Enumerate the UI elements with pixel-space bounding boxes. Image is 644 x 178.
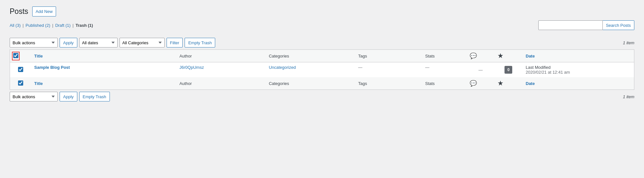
top-date-select[interactable]: All dates January 2020 February 2020 xyxy=(79,38,118,47)
bottom-items-count: 1 item xyxy=(623,94,634,99)
top-category-select[interactable]: All Categories Uncategorized xyxy=(120,38,165,47)
row-date-label: Last Modified xyxy=(526,65,551,70)
filter-published[interactable]: Published (2) xyxy=(25,23,50,28)
thead-date: Date xyxy=(523,50,634,62)
search-input[interactable] xyxy=(538,20,603,30)
bottom-filter-row: Bulk actions Restore Delete Permanently … xyxy=(10,92,110,101)
row-comments-value: — xyxy=(478,68,483,72)
post-status-filter: All (3) | Published (2) | Draft (1) | Tr… xyxy=(10,23,93,28)
thead-comments: 💬 xyxy=(466,50,495,62)
top-filter-row: Bulk actions Restore Delete Permanently … xyxy=(10,38,215,47)
row-date-value: 2020/02/21 at 12:41 am xyxy=(526,70,570,75)
stars-icon: ★ xyxy=(498,53,503,59)
search-posts-button[interactable]: Search Posts xyxy=(603,20,634,30)
row-date-cell: Last Modified 2020/02/21 at 12:41 am xyxy=(523,62,634,78)
top-filter-button[interactable]: Filter xyxy=(167,38,183,47)
sort-title-link[interactable]: Title xyxy=(34,54,43,58)
tfoot-stars: ★ xyxy=(495,77,523,90)
category-link[interactable]: Uncategorized xyxy=(269,65,296,70)
select-all-checkbox[interactable] xyxy=(13,53,18,58)
add-new-button[interactable]: Add New xyxy=(32,6,56,16)
row-author-cell: J6r0QpUmsz xyxy=(176,62,265,78)
row-categories-cell: Uncategorized xyxy=(265,62,355,78)
post-title-link[interactable]: Sample Blog Post xyxy=(34,65,70,70)
tfoot-checkbox-col xyxy=(10,77,31,90)
tfoot-select-all-checkbox[interactable] xyxy=(18,80,23,86)
bottom-tablenav: Bulk actions Restore Delete Permanently … xyxy=(10,92,634,101)
thead-categories: Categories xyxy=(265,50,355,62)
filter-all[interactable]: All (3) xyxy=(10,23,21,28)
thead-stats: Stats xyxy=(422,50,467,62)
tfoot-categories: Categories xyxy=(265,77,355,90)
comments-icon: 💬 xyxy=(470,53,477,59)
top-apply-button[interactable]: Apply xyxy=(60,38,77,47)
tfoot-date: Date xyxy=(523,77,634,90)
page-title: Posts xyxy=(10,7,28,16)
top-empty-trash-button[interactable]: Empty Trash xyxy=(185,38,215,47)
tfoot-stats: Stats xyxy=(422,77,467,90)
row-tags-cell: — xyxy=(355,62,422,78)
tfoot-title: Title xyxy=(31,77,176,90)
row-checkbox-cell xyxy=(10,62,31,78)
thead-tags: Tags xyxy=(355,50,422,62)
tfoot-comments: 💬 xyxy=(466,77,495,90)
thead-title: Title xyxy=(31,50,176,62)
bottom-apply-button[interactable]: Apply xyxy=(60,92,77,101)
row-title-cell: Sample Blog Post xyxy=(31,62,176,78)
author-link[interactable]: J6r0QpUmsz xyxy=(179,65,204,70)
tfoot-stars-icon: ★ xyxy=(498,80,503,87)
tfoot-tags: Tags xyxy=(355,77,422,90)
top-tablenav: Bulk actions Restore Delete Permanently … xyxy=(10,38,634,47)
bottom-empty-trash-button[interactable]: Empty Trash xyxy=(79,92,110,101)
bottom-bulk-actions-select[interactable]: Bulk actions Restore Delete Permanently xyxy=(10,92,58,101)
posts-table: Title Author Categories Tags Stats 💬 ★ D… xyxy=(10,49,634,90)
tfoot-sort-date-link[interactable]: Date xyxy=(526,81,535,86)
row-stars-badge: 0 xyxy=(505,66,512,74)
search-area: Search Posts xyxy=(538,20,634,30)
top-bulk-actions-select[interactable]: Bulk actions Restore Delete Permanently xyxy=(10,38,58,47)
tfoot-sort-title-link[interactable]: Title xyxy=(34,81,43,86)
filter-trash[interactable]: Trash (1) xyxy=(75,23,93,28)
thead-stars: ★ xyxy=(495,50,523,62)
filter-draft[interactable]: Draft (1) xyxy=(55,23,71,28)
tfoot-author: Author xyxy=(176,77,265,90)
table-row: Sample Blog Post J6r0QpUmsz Uncategorize… xyxy=(10,62,634,78)
row-checkbox[interactable] xyxy=(18,67,23,72)
row-stars-cell: 0 xyxy=(495,62,523,78)
top-items-count: 1 item xyxy=(623,40,634,45)
row-stats-cell: — xyxy=(422,62,467,78)
row-comments-cell: — xyxy=(466,62,495,78)
select-all-checkbox-wrapper xyxy=(13,53,18,59)
thead-checkbox-col xyxy=(10,50,31,62)
tfoot-comments-icon: 💬 xyxy=(470,80,477,87)
thead-author: Author xyxy=(176,50,265,62)
sort-date-link[interactable]: Date xyxy=(526,54,535,58)
